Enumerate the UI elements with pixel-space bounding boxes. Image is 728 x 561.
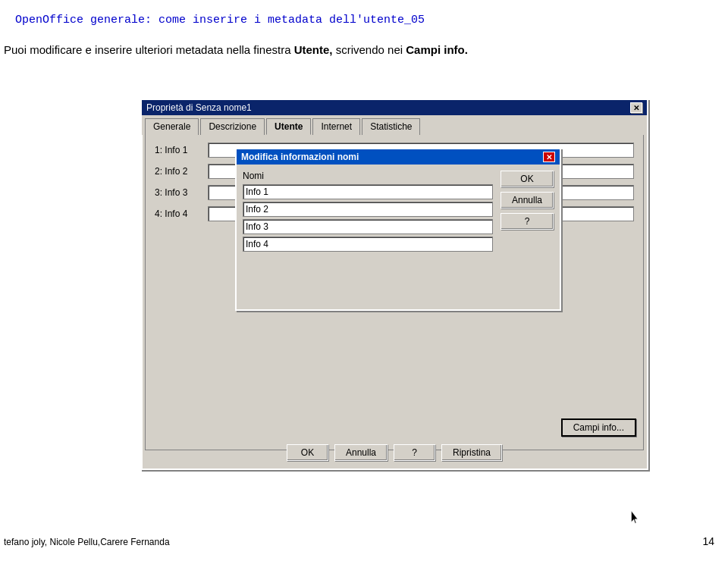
campi-info-button[interactable]: Campi info...	[561, 418, 636, 437]
modal-modifica: Modifica informazioni nomi ✕ Nomi Info 1…	[235, 148, 561, 311]
footer-text: tefano joly, Nicole Pellu,Carere Fernand…	[4, 537, 170, 547]
tabs-bar: Generale Descrizione Utente Internet Sta…	[142, 115, 647, 135]
properties-titlebar: Proprietà di Senza nome1 ✕	[142, 100, 647, 115]
page-title: OpenOffice generale: come inserire i met…	[0, 0, 728, 34]
properties-title: Proprietà di Senza nome1	[146, 102, 252, 113]
tab-statistiche[interactable]: Statistiche	[362, 118, 420, 135]
field-label-4: 4: Info 4	[155, 208, 208, 219]
help-button[interactable]: ?	[394, 444, 435, 461]
modal-ok-button[interactable]: OK	[500, 171, 554, 187]
modal-left-panel: Nomi Info 1 Info 2 Info 3 Info 4	[243, 171, 493, 254]
nomi-label: Nomi	[243, 171, 493, 181]
description-bold1: Utente,	[294, 43, 333, 56]
properties-close-button[interactable]: ✕	[630, 102, 642, 113]
modal-field-4[interactable]: Info 4	[243, 237, 493, 252]
tab-utente[interactable]: Utente	[266, 118, 311, 135]
description-bold2: Campi info.	[406, 43, 468, 56]
ripristina-button[interactable]: Ripristina	[441, 444, 502, 461]
modal-field-1[interactable]: Info 1	[243, 184, 493, 199]
page-number: 14	[702, 535, 714, 547]
tab-generale[interactable]: Generale	[145, 118, 199, 135]
ok-button[interactable]: OK	[287, 444, 328, 461]
modal-field-2[interactable]: Info 2	[243, 202, 493, 217]
field-label-3: 3: Info 3	[155, 187, 208, 198]
modal-titlebar: Modifica informazioni nomi ✕	[237, 149, 560, 165]
description-text2: scrivendo nei	[333, 43, 406, 56]
bottom-buttons: OK Annulla ? Ripristina	[142, 444, 647, 461]
field-label-1: 1: Info 1	[155, 145, 208, 155]
modal-help-button[interactable]: ?	[500, 213, 554, 230]
modal-body: Nomi Info 1 Info 2 Info 3 Info 4 OK Annu…	[237, 165, 560, 260]
modal-field-3[interactable]: Info 3	[243, 219, 493, 234]
field-label-2: 2: Info 2	[155, 166, 208, 177]
modal-annulla-button[interactable]: Annulla	[500, 192, 554, 208]
description-text1: Puoi modificare e inserire ulteriori met…	[4, 43, 294, 56]
annulla-button[interactable]: Annulla	[334, 444, 388, 461]
modal-close-button[interactable]: ✕	[543, 152, 555, 162]
description: Puoi modificare e inserire ulteriori met…	[0, 34, 728, 74]
modal-right-panel: OK Annulla ?	[500, 171, 554, 254]
cursor-icon	[631, 511, 640, 525]
tab-descrizione[interactable]: Descrizione	[200, 118, 265, 135]
tab-internet[interactable]: Internet	[312, 118, 360, 135]
modal-title: Modifica informazioni nomi	[241, 152, 359, 162]
